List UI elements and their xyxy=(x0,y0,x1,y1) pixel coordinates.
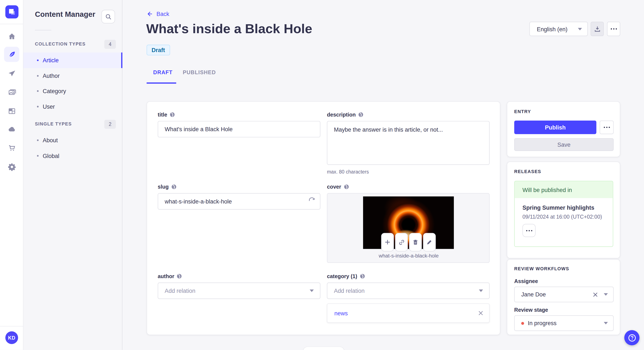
sidebar-item-user[interactable]: User xyxy=(24,99,122,114)
bullet-icon xyxy=(37,155,39,157)
sidebar-item-home[interactable] xyxy=(4,29,19,44)
release-item: Will be published in Spring Summer highl… xyxy=(514,181,613,247)
app-window: KD Content Manager COLLECTION TYPES 4 Ar… xyxy=(0,0,644,350)
trash-icon xyxy=(412,239,418,245)
field-description: description Maybe the answer is in this … xyxy=(327,112,490,175)
sidebar-divider xyxy=(35,30,51,30)
active-tab-indicator xyxy=(147,82,176,84)
field-title: title xyxy=(158,112,320,138)
assignee-combobox[interactable]: Jane Doe xyxy=(514,287,614,302)
sidebar-item-cloud[interactable] xyxy=(4,122,19,137)
field-category-label: category (1) xyxy=(327,273,357,279)
avatar[interactable]: KD xyxy=(5,331,18,344)
sidebar-item-label: User xyxy=(43,103,55,110)
delete-media-button[interactable] xyxy=(409,233,422,251)
plus-icon xyxy=(384,239,390,245)
collection-types-count: 4 xyxy=(104,40,116,49)
release-name[interactable]: Spring Summer highlights xyxy=(522,204,613,211)
strapi-logo[interactable] xyxy=(5,5,18,18)
sidebar-item-category[interactable]: Category xyxy=(24,83,122,99)
clear-x-icon xyxy=(478,311,484,316)
save-button[interactable]: Save xyxy=(514,138,614,151)
copy-link-button[interactable] xyxy=(395,233,408,251)
author-placeholder: Add relation xyxy=(164,288,310,294)
sidebar-item-label: Author xyxy=(43,72,60,79)
sidebar-item-releases[interactable] xyxy=(4,66,19,81)
relation-item-news: news xyxy=(327,303,490,323)
sidebar-item-author[interactable]: Author xyxy=(24,68,122,84)
home-icon xyxy=(8,32,16,40)
sidebar-item-settings[interactable] xyxy=(4,159,19,174)
category-relation-combobox[interactable]: Add relation xyxy=(327,283,490,299)
field-author: author Add relation xyxy=(158,273,320,299)
search-button[interactable] xyxy=(101,10,115,23)
download-button[interactable] xyxy=(590,22,604,36)
chevron-down-icon xyxy=(604,322,608,325)
release-more-button[interactable] xyxy=(522,224,536,237)
locale-selected-value: English (en) xyxy=(537,26,578,32)
globe-icon xyxy=(360,273,365,279)
edit-form-card: title description Maybe the answer is in… xyxy=(147,101,500,335)
sidebar-item-marketplace[interactable] xyxy=(4,140,19,156)
more-options-button[interactable] xyxy=(607,22,620,36)
review-panel-title: REVIEW WORKFLOWS xyxy=(514,266,569,271)
review-stage-label: Review stage xyxy=(514,307,548,313)
chevron-down-icon xyxy=(578,28,582,30)
help-question-icon xyxy=(628,334,636,342)
gear-icon xyxy=(8,163,16,171)
section-collection-types: COLLECTION TYPES xyxy=(35,41,86,46)
back-arrow-icon xyxy=(147,11,153,17)
field-slug-label: slug xyxy=(158,184,169,190)
avatar-initials: KD xyxy=(8,335,16,341)
slug-input[interactable] xyxy=(158,193,320,209)
globe-icon xyxy=(358,112,364,117)
globe-icon xyxy=(177,273,182,279)
review-workflows-panel: REVIEW WORKFLOWS Assignee Jane Doe Revie… xyxy=(507,259,620,335)
ellipsis-icon xyxy=(610,28,617,29)
releases-panel: RELEASES Will be published in Spring Sum… xyxy=(507,162,620,258)
chevron-down-icon xyxy=(310,290,314,292)
description-textarea[interactable]: Maybe the answer is in this article, or … xyxy=(327,121,490,165)
review-stage-combobox[interactable]: In progress xyxy=(514,315,614,331)
sidebar-title: Content Manager xyxy=(35,10,96,19)
regenerate-slug-button[interactable] xyxy=(308,197,316,206)
sidebar-item-content-type-builder[interactable] xyxy=(4,103,19,118)
author-relation-combobox[interactable]: Add relation xyxy=(158,283,320,299)
tab-draft[interactable]: DRAFT xyxy=(153,69,172,75)
ellipsis-icon xyxy=(604,127,610,128)
cover-media-box: what-s-inside-a-black-hole xyxy=(327,193,490,263)
sidebar-item-article[interactable]: Article xyxy=(24,52,122,68)
release-status-text: Will be published in xyxy=(522,186,572,193)
title-input[interactable] xyxy=(158,121,320,137)
locale-select[interactable]: English (en) xyxy=(530,22,588,36)
sidebar-item-about[interactable]: About xyxy=(24,133,122,148)
assignee-label: Assignee xyxy=(514,278,538,284)
clear-assignee-button[interactable] xyxy=(593,292,598,297)
sidebar-item-media-library[interactable] xyxy=(4,84,19,100)
next-section-peek xyxy=(302,347,344,350)
entry-more-button[interactable] xyxy=(600,121,614,134)
category-placeholder: Add relation xyxy=(334,288,479,294)
tab-published[interactable]: PUBLISHED xyxy=(183,69,216,75)
globe-icon xyxy=(344,184,349,189)
back-link[interactable]: Back xyxy=(147,11,169,17)
sidebar-item-global[interactable]: Global xyxy=(24,148,122,164)
relation-link[interactable]: news xyxy=(334,310,478,316)
edit-media-button[interactable] xyxy=(423,233,436,251)
field-cover-label: cover xyxy=(327,184,341,190)
status-badge: Draft xyxy=(147,45,170,55)
sidebar-item-content-manager[interactable] xyxy=(4,47,19,62)
page-title: What's inside a Black Hole xyxy=(146,21,312,36)
help-button[interactable] xyxy=(624,330,639,345)
globe-icon xyxy=(170,112,175,117)
clear-x-icon xyxy=(593,292,598,297)
download-icon xyxy=(594,25,601,32)
publish-button[interactable]: Publish xyxy=(514,121,596,134)
add-media-button[interactable] xyxy=(381,233,394,251)
remove-relation-button[interactable] xyxy=(478,311,484,316)
bullet-icon xyxy=(37,90,39,92)
bullet-icon xyxy=(37,140,39,141)
sidebar-item-label: Global xyxy=(43,153,60,159)
ellipsis-icon xyxy=(526,230,532,231)
paper-plane-icon xyxy=(8,69,16,77)
